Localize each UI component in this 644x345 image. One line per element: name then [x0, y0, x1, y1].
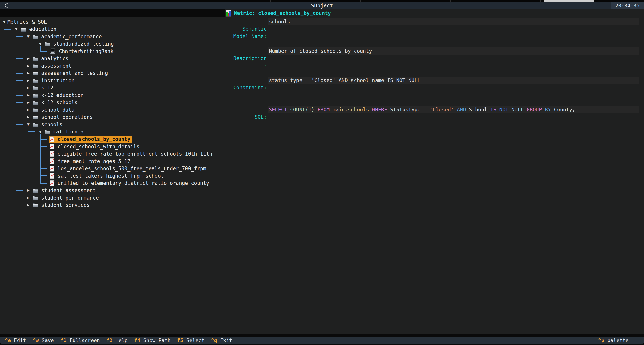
metric-title: Metric: closed_schools_by_county [234, 9, 331, 17]
footer-binding-exit[interactable]: ^q Exit [211, 337, 232, 344]
triangle-right-icon[interactable]: ▶ [26, 99, 31, 106]
tree-item-standardized-testing[interactable]: ▼standardized_testing [0, 40, 225, 48]
binding-key: ^e [5, 338, 11, 343]
footer-binding-fullscreen[interactable]: f1 Fullscreen [60, 337, 100, 344]
top-strip-separator [450, 0, 451, 2]
triangle-down-icon[interactable]: ▼ [38, 128, 43, 136]
bar-chart-icon [226, 10, 232, 18]
semantic-model-name-label: SemanticModel Name: [225, 25, 267, 40]
tree-leaf-item[interactable]: los_angeles_schools_500_free_meals_under… [49, 165, 208, 172]
footer-binding-edit[interactable]: ^e Edit [5, 337, 26, 344]
triangle-right-icon[interactable]: ▶ [26, 69, 31, 77]
top-strip-separator [90, 0, 90, 2]
tree-item-california[interactable]: ▼california [0, 128, 225, 136]
tree-leaf-item[interactable]: unified_to_elementary_district_ratio_ora… [49, 180, 211, 187]
top-scrollbar[interactable] [544, 0, 594, 2]
tree-item-label: sat_test_takers_highest_frpm_school [58, 173, 164, 179]
triangle-right-icon[interactable]: ▶ [26, 92, 31, 99]
tree-item-institution[interactable]: ▶institution [0, 77, 225, 84]
description-label: Description: [225, 55, 267, 69]
footer-separator [593, 338, 594, 344]
tree-item-label: academic_performance [41, 33, 102, 40]
header-clock: 20:34:35 [611, 2, 644, 9]
folder-icon [32, 63, 38, 68]
triangle-right-icon[interactable]: ▶ [26, 187, 31, 194]
field-description: Description:Number of closed schools by … [225, 47, 644, 76]
tree-item-k-12-schools[interactable]: ▶k-12_schools [0, 99, 225, 106]
tree-item-closed-schools-by-county[interactable]: closed_schools_by_county [0, 136, 225, 143]
tree-item-metrics-sql[interactable]: ▼Metrics & SQL [0, 18, 225, 26]
triangle-down-icon[interactable]: ▼ [2, 18, 6, 26]
triangle-right-icon[interactable]: ▶ [26, 77, 31, 84]
tree-item-school-data[interactable]: ▶school_data [0, 106, 225, 114]
tree-leaf-item[interactable]: closed_schools_with_details [49, 143, 142, 150]
tree-item-label: k-12_schools [41, 99, 78, 106]
sql-input[interactable]: SELECT COUNT(1) FROM main.schools WHERE … [268, 106, 639, 113]
tree-item-unified-to-elementary-district-ratio-orange-county[interactable]: unified_to_elementary_district_ratio_ora… [0, 180, 225, 187]
footer-binding-save[interactable]: ^w Save [33, 337, 54, 344]
top-strip-separator [270, 0, 271, 2]
tree-item-label: education [29, 25, 56, 33]
description-input[interactable]: Number of closed schools by county [268, 47, 639, 55]
tree-item-analytics[interactable]: ▶analytics [0, 55, 225, 62]
binding-label: Help [112, 338, 128, 343]
tree-item-school-operations[interactable]: ▶school_operations [0, 113, 225, 121]
tree-item-label: closed_schools_by_county [58, 136, 130, 142]
tree-item-academic-performance[interactable]: ▼academic_performance [0, 33, 225, 40]
metric-chart-file-icon [50, 151, 54, 157]
binding-label: Select [183, 338, 204, 343]
footer-bindings: ^e Edit^w Savef1 Fullscreenf2 Helpf4 Sho… [5, 337, 232, 344]
footer-binding-show-path[interactable]: f4 Show Path [134, 337, 170, 344]
triangle-right-icon[interactable]: ▶ [26, 62, 31, 70]
tree-item-label: CharterWritingRank [59, 48, 114, 54]
tree-item-student-performance[interactable]: ▶student_performance [0, 194, 225, 202]
tree-item-education[interactable]: ▼education [0, 25, 225, 33]
binding-label: Fullscreen [66, 338, 100, 343]
tree-item-free-meal-rate-ages-5-17[interactable]: free_meal_rate_ages_5_17 [0, 158, 225, 165]
triangle-down-icon[interactable]: ▼ [14, 25, 18, 33]
metric-chart-file-icon [50, 158, 54, 164]
folder-icon [32, 56, 38, 61]
tree-item-sat-test-takers-highest-frpm-school[interactable]: sat_test_takers_highest_frpm_school [0, 172, 225, 180]
folder-icon [32, 115, 38, 120]
tree-item-eligible-free-rate-top-enrollment-schools-10th-11th[interactable]: eligible_free_rate_top_enrollment_school… [0, 150, 225, 158]
tree-item-schools[interactable]: ▼schools [0, 121, 225, 128]
top-strip-separator [180, 0, 180, 2]
selected-tree-item[interactable]: closed_schools_by_county [49, 136, 132, 143]
tree-item-los-angeles-schools-500-free-meals-under-700-frpm[interactable]: los_angeles_schools_500_free_meals_under… [0, 165, 225, 172]
binding-key: f4 [134, 338, 140, 343]
tree-item-k-12[interactable]: ▶k-12 [0, 84, 225, 92]
binding-label: Save [39, 338, 54, 343]
triangle-down-icon[interactable]: ▼ [38, 40, 43, 48]
triangle-right-icon[interactable]: ▶ [26, 113, 31, 121]
triangle-right-icon[interactable]: ▶ [26, 194, 31, 202]
footer-bar: ^e Edit^w Savef1 Fullscreenf2 Helpf4 Sho… [0, 337, 644, 344]
triangle-right-icon[interactable]: ▶ [26, 106, 31, 114]
binding-key: ^q [211, 338, 217, 343]
semantic-model-name-input[interactable]: schools [268, 18, 639, 25]
tree-item-closed-schools-with-details[interactable]: closed_schools_with_details [0, 143, 225, 150]
tree-item-student-services[interactable]: ▶student_services [0, 202, 225, 209]
tree-item-charterwritingrank[interactable]: CharterWritingRank [0, 48, 225, 55]
triangle-right-icon[interactable]: ▶ [26, 202, 31, 209]
footer-binding-help[interactable]: f2 Help [106, 337, 128, 344]
folder-icon [32, 85, 38, 90]
footer-binding-palette[interactable]: ^p palette [598, 337, 629, 344]
tree-item-k-12-education[interactable]: ▶k-12_education [0, 92, 225, 99]
metric-chart-file-icon [50, 180, 54, 186]
footer-binding-select[interactable]: f5 Select [177, 337, 204, 344]
tree-item-assessment[interactable]: ▶assessment [0, 62, 225, 70]
triangle-right-icon[interactable]: ▶ [26, 55, 31, 62]
tree-item-label: institution [41, 77, 74, 84]
binding-label: Show Path [140, 338, 170, 343]
tree-item-assessment-and-testing[interactable]: ▶assessment_and_testing [0, 69, 225, 77]
constraint-input[interactable]: status_type = 'Closed' AND school_name I… [268, 76, 639, 84]
triangle-down-icon[interactable]: ▼ [26, 33, 31, 40]
tree-leaf-item[interactable]: free_meal_rate_ages_5_17 [49, 158, 132, 165]
tree-leaf-item[interactable]: eligible_free_rate_top_enrollment_school… [49, 150, 214, 157]
tree-leaf-item[interactable]: CharterWritingRank [49, 48, 116, 55]
triangle-right-icon[interactable]: ▶ [26, 84, 31, 92]
tree-item-student-assessment[interactable]: ▶student_assessment [0, 187, 225, 194]
triangle-down-icon[interactable]: ▼ [26, 121, 31, 128]
tree-leaf-item[interactable]: sat_test_takers_highest_frpm_school [49, 173, 166, 179]
